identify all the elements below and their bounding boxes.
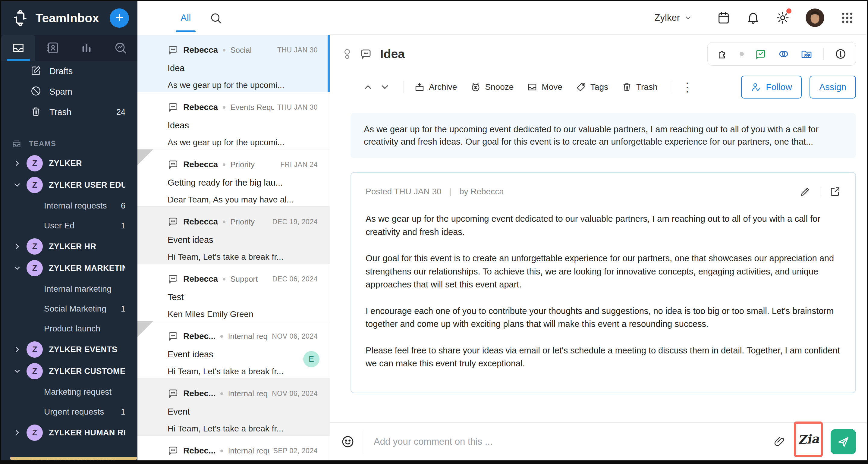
sidebar-item-spam[interactable]: Spam — [1, 81, 137, 102]
team-avatar: Z — [27, 155, 43, 172]
more-options-kebab[interactable]: ⋮ — [681, 81, 693, 93]
thread-meta-row: Rebec...Internal reque...NOV 06, 2024 — [167, 331, 318, 342]
workdrive-folder-icon[interactable] — [801, 48, 812, 60]
thread-item[interactable]: Rebec...Internal reque...NOV 06, 2024Eve… — [137, 378, 330, 436]
thread-meta-row: RebeccaSupportDEC 06, 2024 — [167, 274, 318, 284]
sidebar-scroll-indicator[interactable] — [10, 457, 137, 460]
attachment-paperclip-icon[interactable] — [773, 435, 786, 448]
nav-reports-tab[interactable] — [69, 35, 103, 61]
sidebar-nav — [1, 35, 137, 61]
conversation-panel: Idea Archive — [330, 35, 867, 460]
channel-urgent-requests[interactable]: Urgent requests1 — [1, 402, 137, 422]
zia-button-highlighted[interactable]: Zia — [794, 422, 823, 457]
channel-marketing-request[interactable]: Marketing request — [1, 382, 137, 402]
calendar-icon[interactable] — [717, 11, 731, 25]
conversation-bubble-icon — [167, 331, 179, 342]
comment-input[interactable] — [373, 436, 773, 447]
dot-separator — [223, 49, 225, 52]
posted-author: by Rebecca — [459, 187, 504, 196]
message-toolbar: Archive Snooze Move Tags Trash ⋮ — [330, 73, 867, 101]
spam-icon — [30, 85, 50, 98]
team-zylker-human-re[interactable]: ZZYLKER HUMAN RE... — [1, 422, 137, 443]
team-zylker-events[interactable]: ZZYLKER EVENTS — [1, 339, 137, 360]
team-zylker[interactable]: ZZYLKER — [1, 152, 137, 174]
chevron-down-icon — [379, 82, 390, 93]
user-avatar[interactable] — [805, 8, 825, 27]
assign-button[interactable]: Assign — [809, 75, 856, 98]
thread-preview: Ken Miles Emily Green — [167, 309, 318, 319]
cliq-chat-icon[interactable] — [755, 48, 767, 60]
thread-preview: Hi Team, Let's take a break fr... — [167, 367, 318, 376]
channel-label: Marketing request — [44, 387, 112, 397]
message-paragraph: As we gear up for the upcoming event ded… — [366, 212, 841, 239]
info-icon[interactable] — [835, 48, 846, 60]
thread-preview: As we gear up for the upcomi... — [167, 138, 318, 147]
crm-link-rings-icon[interactable] — [778, 48, 789, 60]
thread-item[interactable]: RebeccaSupportDEC 06, 2024TestKen Miles … — [137, 264, 330, 321]
thread-item[interactable]: RebeccaPriorityDEC 19, 2024Event ideasHi… — [137, 207, 330, 264]
search-button[interactable] — [210, 12, 222, 24]
snooze-icon — [470, 82, 481, 93]
thread-date: DEC 06, 2024 — [269, 275, 318, 283]
team-zylker-hr[interactable]: ZZYLKER HR — [1, 236, 137, 257]
tab-all[interactable]: All — [181, 1, 191, 35]
conversation-bubble-icon — [167, 216, 179, 227]
team-zylker-user-educ[interactable]: ZZYLKER USER EDUC... — [1, 174, 137, 196]
team-avatar: Z — [27, 341, 43, 358]
extensions-puzzle-icon[interactable] — [717, 48, 729, 60]
nav-insights-tab[interactable] — [103, 35, 137, 61]
chevron-right-icon[interactable] — [13, 159, 22, 168]
team-zylker-marketing[interactable]: ZZYLKER MARKETING — [1, 257, 137, 279]
channel-social-marketing[interactable]: Social Marketing1 — [1, 299, 137, 319]
send-comment-button[interactable] — [831, 429, 856, 454]
chevron-down-icon[interactable] — [13, 367, 22, 376]
zia-logo: Zia — [797, 431, 819, 447]
follow-button[interactable]: Follow — [741, 75, 802, 98]
team-avatar: Z — [27, 177, 43, 193]
channel-internal-requests[interactable]: Internal requests6 — [1, 196, 137, 216]
thread-meta-row: RebeccaEvents RequestsTHU JAN 30 — [167, 102, 318, 113]
thread-item[interactable]: RebeccaPriorityFRI JAN 24Getting ready f… — [137, 150, 330, 207]
chevron-right-icon[interactable] — [13, 428, 22, 437]
compose-plus-button[interactable]: + — [110, 8, 129, 28]
emoji-icon[interactable] — [341, 435, 355, 448]
thread-tag: Priority — [230, 160, 255, 169]
dot-separator — [223, 221, 225, 223]
apps-grid-icon[interactable] — [840, 11, 854, 25]
chevron-down-icon[interactable] — [13, 181, 22, 189]
settings-gear-wrap[interactable] — [776, 11, 789, 25]
sidebar-item-trash[interactable]: Trash24 — [1, 102, 137, 122]
thread-sender: Rebecca — [183, 274, 218, 284]
team-avatar: Z — [27, 363, 43, 379]
thread-item[interactable]: Rebec...Internal reque...SEP 02, 2024Aug… — [137, 436, 330, 460]
archive-button[interactable]: Archive — [414, 82, 457, 93]
thread-item[interactable]: Rebec...Internal reque...NOV 06, 2024Eve… — [137, 321, 330, 378]
trash-button[interactable]: Trash — [621, 82, 658, 93]
header-actions-pill — [707, 42, 856, 66]
next-message-button[interactable] — [379, 82, 390, 93]
thread-meta-row: Rebec...Internal reque...SEP 02, 2024 — [167, 445, 318, 456]
edit-pencil-icon[interactable] — [800, 186, 811, 197]
notifications-bell-icon[interactable] — [746, 11, 760, 25]
chevron-down-icon[interactable] — [13, 264, 22, 273]
prev-message-button[interactable] — [363, 82, 373, 93]
contacts-icon — [45, 41, 59, 55]
chevron-right-icon[interactable] — [13, 242, 22, 251]
thread-sender: Rebecca — [183, 217, 218, 226]
channel-product-launch[interactable]: Product launch — [1, 319, 137, 339]
nav-inbox-tab[interactable] — [1, 35, 35, 61]
chevron-right-icon[interactable] — [13, 345, 22, 354]
tags-button[interactable]: Tags — [576, 82, 608, 93]
thread-item[interactable]: RebeccaEvents RequestsTHU JAN 30IdeasAs … — [137, 92, 330, 150]
thread-item[interactable]: RebeccaSocialTHU JAN 30IdeaAs we gear up… — [137, 35, 330, 92]
teaminbox-logo-icon — [11, 9, 29, 27]
team-zylker-customer[interactable]: ZZYLKER CUSTOMER ... — [1, 360, 137, 382]
nav-contacts-tab[interactable] — [35, 35, 69, 61]
open-external-icon[interactable] — [830, 186, 841, 197]
sidebar-item-drafts[interactable]: Drafts — [1, 61, 137, 81]
snooze-button[interactable]: Snooze — [470, 82, 514, 93]
workspace-selector[interactable]: Zylker — [655, 12, 692, 23]
channel-user-ed[interactable]: User Ed1 — [1, 216, 137, 236]
move-button[interactable]: Move — [527, 82, 562, 93]
channel-internal-marketing[interactable]: Internal marketing — [1, 279, 137, 299]
